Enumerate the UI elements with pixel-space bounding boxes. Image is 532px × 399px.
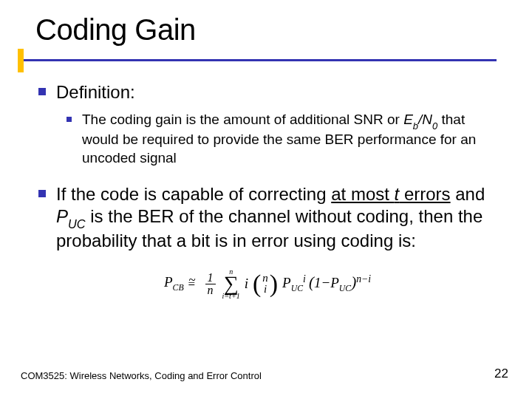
binom-n: n [262,273,268,284]
eb-symbol: E [403,112,413,127]
title-underline [24,59,497,61]
p1-sup: i [303,273,306,284]
bullet-lvl1-paragraph: If the code is capable of correcting at … [38,183,497,252]
lhs-P: P [164,274,173,290]
errors-word: errors [399,184,450,204]
binomial: ( n i ) [253,273,278,296]
exp-n: n [356,273,361,284]
eb-subscript: b [413,120,418,132]
binom-stack: n i [261,273,270,296]
sigma-icon: ∑ [224,276,239,292]
lhs-sub: CB [173,283,184,293]
accent-bar [18,49,24,72]
paren-right: ) [270,273,278,295]
frac-num: 1 [205,272,216,284]
definition-body: The coding gain is the amount of additio… [82,111,497,167]
page-number: 22 [494,366,508,381]
term-one-minus-puc: (1−PUC)n−i [309,273,371,294]
square-bullet-icon [38,190,46,197]
summation: n ∑ i=t+1 [222,268,240,299]
p2: P [330,276,339,291]
definition-sub: The coding gain is the amount of additio… [66,111,497,167]
index-i: i [245,276,248,292]
exp-minus: − [361,273,368,284]
puc-p: P [56,206,68,226]
frac-den: n [205,284,216,296]
bullet-lvl2-definition-body: The coding gain is the amount of additio… [66,111,497,167]
exp-i: i [368,273,371,284]
formula-wrapper: PCB 1 n n ∑ i=t+1 i ( n i ) [38,268,497,299]
n-subscript: 0 [432,120,437,132]
over-n: /N [418,112,432,127]
binom-i: i [264,284,267,296]
title-area: Coding Gain [35,13,196,47]
p1-sub: UC [291,284,303,293]
paren-left: ( [253,273,261,295]
para-p1: If the code is capable of correcting [56,184,331,204]
paren-open: ( [309,274,314,292]
at-most: at most [331,184,394,204]
one: 1 [314,276,321,291]
term-puc-i: PUCi [282,273,306,294]
para-p3: is the BER of the channel without coding… [56,206,482,250]
fraction-1-over-n: 1 n [205,272,216,296]
p2-sub: UC [339,284,351,293]
para-p2: and [451,184,485,204]
slide-content: Definition: The coding gain is the amoun… [38,81,497,300]
sum-lower: i=t+1 [222,293,240,300]
square-bullet-icon [38,88,46,95]
footer-text: COM3525: Wireless Networks, Coding and E… [21,370,262,381]
definition-label: Definition: [56,81,135,103]
puc-sub: UC [68,217,86,231]
formula: PCB 1 n n ∑ i=t+1 i ( n i ) [164,268,371,299]
exp-n-minus-i: n−i [356,273,371,284]
slide-title: Coding Gain [35,13,196,47]
def-pre: The coding gain is the amount of additio… [82,112,403,127]
minus: − [321,276,330,291]
p1: P [282,276,291,291]
bullet-lvl1-definition: Definition: [38,81,497,103]
paragraph-text: If the code is capable of correcting at … [56,183,497,252]
underline-phrase: at most t errors [331,184,450,204]
square-bullet-icon [66,117,72,122]
approx-equal-icon [188,277,199,290]
lhs: PCB [164,274,184,293]
